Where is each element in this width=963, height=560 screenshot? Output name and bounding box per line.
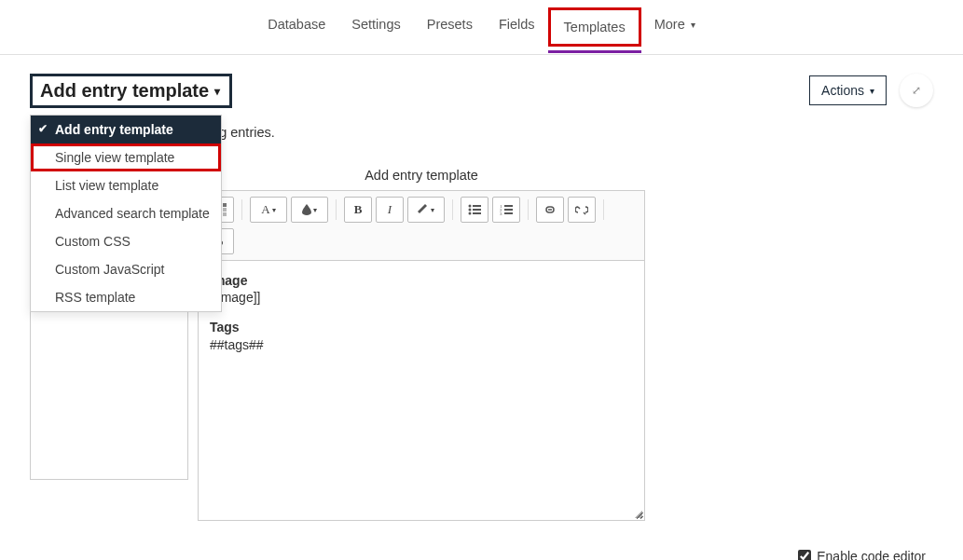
svg-rect-2	[223, 203, 227, 207]
enable-code-label: Enable code editor	[817, 549, 926, 560]
bold-icon: B	[354, 202, 363, 217]
toolbar-bold-button[interactable]: B	[344, 197, 372, 223]
editor-title: Add entry template	[198, 168, 645, 183]
expand-button[interactable]: ⤢	[900, 74, 933, 107]
toolbar-font-button[interactable]: A▾	[250, 197, 287, 223]
chevron-down-icon: ▾	[214, 85, 220, 98]
nav-fields[interactable]: Fields	[486, 7, 548, 47]
svg-point-11	[469, 209, 472, 212]
nav-more[interactable]: More ▾	[641, 7, 708, 47]
unlink-icon	[575, 204, 588, 215]
dropdown-item-add-entry[interactable]: Add entry template	[31, 116, 221, 143]
editor-column: Add entry template A▾ ▾	[198, 168, 645, 521]
editor-image-value: [[Image]]	[210, 289, 633, 306]
dropdown-item-list-view[interactable]: List view template	[31, 171, 221, 199]
editor-tags-value: ##tags##	[210, 336, 633, 353]
actions-button[interactable]: Actions ▾	[809, 75, 887, 105]
editor-textarea[interactable]: Image [[Image]] Tags ##tags##	[198, 260, 645, 521]
toolbar-brush-button[interactable]: ▾	[407, 197, 445, 223]
enable-code-checkbox[interactable]	[798, 550, 811, 560]
template-select-label: Add entry template	[40, 80, 209, 102]
expand-icon: ⤢	[912, 84, 921, 97]
drop-icon	[302, 204, 311, 215]
chevron-down-icon: ▾	[691, 20, 695, 30]
nav-database[interactable]: Database	[255, 7, 338, 47]
ol-icon: 123	[500, 204, 513, 215]
right-controls: Actions ▾ ⤢	[809, 74, 933, 107]
actions-label: Actions	[821, 83, 864, 98]
content: Add entry template ▾ Add entry template …	[0, 55, 963, 560]
chevron-down-icon: ▾	[431, 206, 434, 214]
brush-icon	[418, 204, 429, 215]
svg-point-9	[469, 205, 472, 208]
toolbar-ul-button[interactable]	[461, 197, 488, 223]
resize-handle[interactable]	[635, 511, 642, 518]
editor-image-label: Image	[210, 272, 633, 289]
toolbar-italic-button[interactable]: I	[376, 197, 404, 223]
toolbar-ol-button[interactable]: 123	[492, 197, 520, 223]
nav-items: Database Settings Presets Fields Templat…	[255, 7, 708, 47]
template-select-wrap: Add entry template ▾ Add entry template …	[30, 74, 232, 108]
separator	[241, 199, 242, 220]
nav-presets[interactable]: Presets	[414, 7, 486, 47]
chevron-down-icon: ▾	[870, 86, 874, 96]
ul-icon	[468, 204, 481, 215]
svg-rect-14	[473, 212, 481, 214]
dropdown-item-rss[interactable]: RSS template	[31, 283, 221, 311]
chevron-down-icon: ▾	[313, 206, 317, 214]
nav-settings[interactable]: Settings	[338, 7, 413, 47]
svg-rect-18	[504, 209, 513, 211]
toolbar-color-button[interactable]: ▾	[291, 197, 328, 223]
toolbar-link-button[interactable]	[536, 197, 564, 223]
separator	[452, 199, 453, 220]
separator	[603, 199, 604, 220]
nav-more-label: More	[654, 17, 685, 32]
link-icon	[543, 204, 557, 215]
svg-rect-5	[223, 208, 227, 212]
chevron-down-icon: ▾	[272, 206, 276, 214]
svg-rect-8	[223, 212, 227, 216]
header-row: Add entry template ▾ Add entry template …	[30, 74, 933, 108]
dropdown-item-custom-css[interactable]: Custom CSS	[31, 227, 221, 255]
template-select[interactable]: Add entry template ▾	[30, 74, 232, 108]
dropdown-item-single-view[interactable]: Single view template	[31, 143, 221, 171]
footer-option: Enable code editor	[30, 549, 933, 560]
toolbar-unlink-button[interactable]	[568, 197, 596, 223]
dropdown-item-custom-js[interactable]: Custom JavaScript	[31, 255, 221, 283]
svg-point-13	[469, 212, 472, 215]
separator	[336, 199, 337, 220]
svg-text:3: 3	[500, 212, 502, 215]
dropdown-item-advanced-search[interactable]: Advanced search template	[31, 199, 221, 227]
separator	[528, 199, 529, 220]
template-dropdown: Add entry template Single view template …	[30, 115, 222, 312]
svg-rect-12	[473, 209, 481, 211]
italic-icon: I	[388, 202, 392, 217]
svg-rect-10	[473, 205, 481, 207]
top-nav: Database Settings Presets Fields Templat…	[0, 0, 963, 55]
editor-tags-label: Tags	[210, 319, 633, 335]
font-icon: A	[261, 202, 269, 217]
nav-templates[interactable]: Templates	[548, 7, 641, 47]
svg-rect-20	[504, 212, 513, 214]
svg-rect-16	[504, 205, 513, 207]
editor-toolbar: A▾ ▾ B I ▾	[198, 190, 645, 260]
